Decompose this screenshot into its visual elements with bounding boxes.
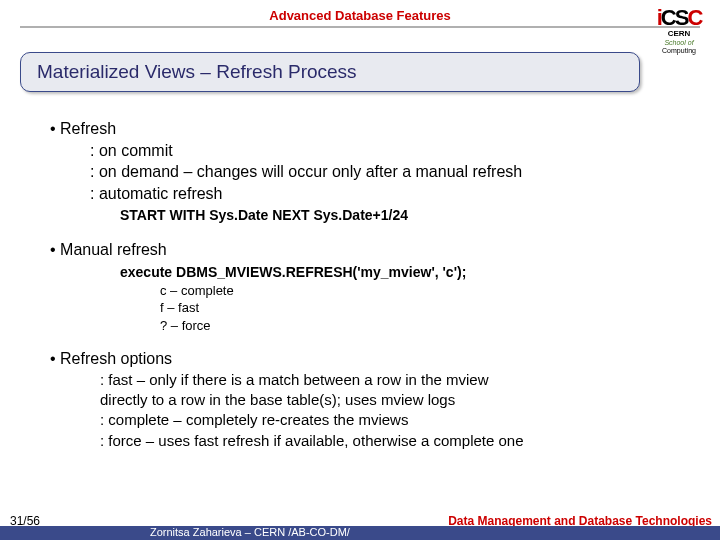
course-title: Advanced Database Features bbox=[269, 8, 450, 23]
footer: 31/56 Data Management and Database Techn… bbox=[0, 516, 720, 540]
logo-cern: CERN bbox=[652, 30, 706, 39]
logo-icsc: iCSC CERN School of Computing bbox=[652, 6, 706, 48]
code-start-with: START WITH Sys.Date NEXT Sys.Date+1/24 bbox=[120, 206, 696, 225]
bullet-icon bbox=[50, 350, 60, 367]
footer-author: Zornitsa Zaharieva – CERN /AB-CO-DM/ bbox=[150, 526, 350, 538]
footer-bar bbox=[0, 526, 720, 540]
bullet-manual: Manual refresh execute DBMS_MVIEWS.REFRE… bbox=[50, 239, 696, 334]
sub-on-demand: : on demand – changes will occur only af… bbox=[90, 161, 696, 183]
bullet-refresh: Refresh : on commit : on demand – change… bbox=[50, 118, 696, 225]
logo-sub: School of Computing bbox=[652, 39, 706, 54]
code-execute: execute DBMS_MVIEWS.REFRESH('my_mview', … bbox=[120, 263, 696, 282]
opt-force-desc: : force – uses fast refresh if available… bbox=[100, 431, 696, 451]
opt-complete: c – complete bbox=[160, 282, 696, 300]
opt-complete-desc: : complete – completely re-creates the m… bbox=[100, 410, 696, 430]
sub-automatic: : automatic refresh bbox=[90, 183, 696, 205]
opt-force: ? – force bbox=[160, 317, 696, 335]
opt-fast-desc-1: : fast – only if there is a match betwee… bbox=[100, 370, 696, 390]
opt-fast: f – fast bbox=[160, 299, 696, 317]
sub-on-commit: : on commit bbox=[90, 140, 696, 162]
bullet-icon bbox=[50, 241, 60, 258]
slide: Advanced Database Features iCSC CERN Sch… bbox=[0, 0, 720, 540]
logo-letters: iCSC bbox=[652, 6, 706, 30]
title-underline bbox=[20, 26, 700, 28]
bullet-icon bbox=[50, 120, 60, 137]
bullet-options: Refresh options : fast – only if there i… bbox=[50, 348, 696, 451]
topbar: Advanced Database Features bbox=[0, 6, 720, 28]
opt-fast-desc-2: directly to a row in the base table(s); … bbox=[100, 390, 696, 410]
slide-heading: Materialized Views – Refresh Process bbox=[20, 52, 640, 92]
slide-body: Refresh : on commit : on demand – change… bbox=[50, 110, 696, 512]
